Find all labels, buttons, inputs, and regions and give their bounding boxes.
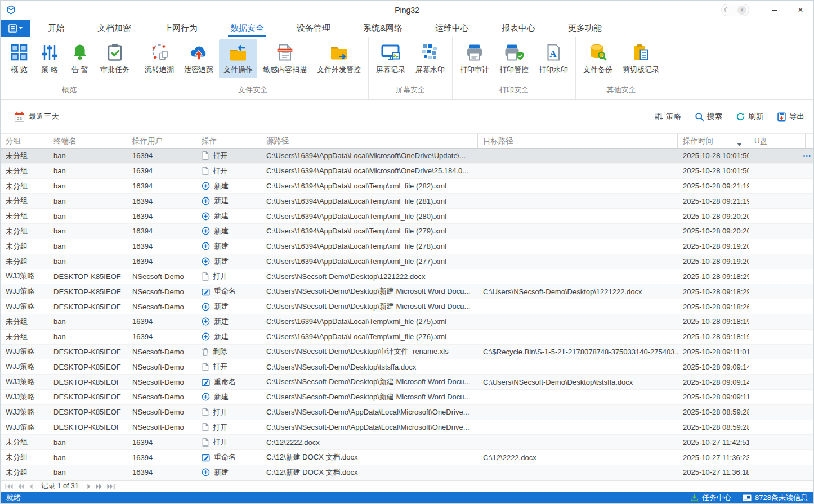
table-row[interactable]: WJJ策略DESKTOP-K85IEOFNSecsoft-Demo打开C:\Us… xyxy=(1,269,813,285)
tab-数据安全[interactable]: 数据安全 xyxy=(221,20,273,37)
cell-terminal: ban xyxy=(48,468,127,476)
ribbon-group-打印安全: 打印审计打印管控A打印水印打印安全 xyxy=(453,37,576,99)
table-row[interactable]: WJJ策略DESKTOP-K85IEOFNSecsoft-Demo重命名C:\U… xyxy=(1,375,813,390)
column-header-终端名[interactable]: 终端名 xyxy=(48,134,127,148)
app-menu-button[interactable] xyxy=(1,20,30,37)
cell-user: NSecsoft-Demo xyxy=(127,348,196,356)
ribbon-button-泄密追踪[interactable]: 泄密追踪 xyxy=(180,39,218,78)
cell-time: 2025-10-28 09:09:14 xyxy=(678,363,749,371)
tab-更多功能[interactable]: 更多功能 xyxy=(559,20,611,37)
page-fast-prev-button[interactable] xyxy=(18,484,24,489)
tab-系统&网络[interactable]: 系统&网络 xyxy=(354,20,412,37)
column-header-操作用户[interactable]: 操作用户 xyxy=(127,134,196,148)
table-row[interactable]: 未分组ban16394打开C:\Users\16394\AppData\Loca… xyxy=(1,148,813,164)
page-last-button[interactable] xyxy=(107,484,115,489)
ribbon-button-文件备份[interactable]: 文件备份 xyxy=(579,39,617,78)
table-row[interactable]: 未分组ban16394新建C:\12\新建 DOCX 文档.docx2025-1… xyxy=(1,465,813,480)
sun-icon[interactable]: ☀ xyxy=(737,6,746,15)
table-row[interactable]: WJJ策略DESKTOP-K85IEOFNSecsoft-Demo新建C:\Us… xyxy=(1,390,813,405)
cell-group: 未分组 xyxy=(1,181,48,191)
cell-src: C:\Users\NSecsoft-Demo\Desktop\1221222.d… xyxy=(261,272,478,281)
page-next-icon xyxy=(87,484,91,489)
ribbon-button-告警[interactable]: 告 警 xyxy=(65,39,95,78)
table-row[interactable]: 未分组ban16394新建C:\Users\16394\AppData\Loca… xyxy=(1,194,813,209)
unread-messages-button[interactable]: 8728条未读信息 xyxy=(743,493,808,503)
ribbon-group-buttons: 屏幕记录屏幕水印 xyxy=(371,37,450,83)
ribbon-button-屏幕水印[interactable]: 屏幕水印 xyxy=(411,39,449,78)
column-header-U盘[interactable]: U盘 xyxy=(749,134,806,148)
table-row[interactable]: WJJ策略DESKTOP-K85IEOFNSecsoft-Demo重命名C:\U… xyxy=(1,284,813,299)
tab-上网行为[interactable]: 上网行为 xyxy=(155,20,207,37)
ribbon-button-审批任务[interactable]: 审批任务 xyxy=(96,39,134,78)
table-row[interactable]: 未分组ban16394新建C:\Users\16394\AppData\Loca… xyxy=(1,330,813,345)
toolbar-action-搜索[interactable]: 搜索 xyxy=(695,111,722,122)
column-filter-arrow-icon[interactable] xyxy=(737,140,742,148)
toolbar-action-导出[interactable]: 导出 xyxy=(777,111,804,122)
date-range-filter[interactable]: 23 最近三天 xyxy=(14,111,59,122)
cell-terminal: ban xyxy=(48,317,127,326)
page-fast-next-button[interactable] xyxy=(96,484,102,489)
tab-运维中心[interactable]: 运维中心 xyxy=(426,20,478,37)
toolbar-action-策略[interactable]: 策略 xyxy=(654,111,681,122)
filter-toolbar: 23 最近三天 策略搜索刷新导出 xyxy=(1,100,813,133)
column-header-操作[interactable]: 操作 xyxy=(196,134,261,148)
table-row[interactable]: WJJ策略DESKTOP-K85IEOFNSecsoft-Demo打开C:\Us… xyxy=(1,420,813,435)
tab-文档加密[interactable]: 文档加密 xyxy=(88,20,140,37)
minimize-button[interactable]: – xyxy=(762,1,788,20)
moon-icon[interactable]: ☾ xyxy=(724,7,730,14)
page-next-button[interactable] xyxy=(87,484,91,489)
close-button[interactable]: × xyxy=(788,1,813,20)
cell-src: C:\Users\16394\AppData\Local\Temp\xml_fi… xyxy=(261,317,478,326)
column-header-filler xyxy=(806,134,813,148)
ribbon-button-策略[interactable]: 策 略 xyxy=(35,39,64,78)
toolbar-action-刷新[interactable]: 刷新 xyxy=(736,111,763,122)
cell-src: C:\Users\16394\AppData\Local\Temp\xml_fi… xyxy=(261,257,478,266)
task-center-button[interactable]: 任务中心 xyxy=(690,493,731,503)
table-row[interactable]: 未分组ban16394打开C:\12\2222.docx2025-10-27 1… xyxy=(1,435,813,450)
cell-user: NSecsoft-Demo xyxy=(127,287,196,296)
page-fast-next-icon xyxy=(96,484,102,489)
cell-user: 16394 xyxy=(127,453,196,462)
cell-time: 2025-10-27 11:36:23 xyxy=(678,453,749,462)
ribbon-button-敏感内容扫描[interactable]: 敏感内容扫描 xyxy=(258,39,311,78)
table-row[interactable]: 未分组ban16394打开C:\Users\16394\AppData\Loca… xyxy=(1,164,813,179)
column-header-目标路径[interactable]: 目标路径 xyxy=(478,134,678,148)
tab-报表中心[interactable]: 报表中心 xyxy=(493,20,544,37)
table-row[interactable]: WJJ策略DESKTOP-K85IEOFNSecsoft-Demo打开C:\Us… xyxy=(1,405,813,420)
cell-user: NSecsoft-Demo xyxy=(127,378,196,386)
ribbon-button-剪切板记录[interactable]: 剪切板记录 xyxy=(618,39,664,78)
tab-开始[interactable]: 开始 xyxy=(39,20,74,37)
table-row[interactable]: 未分组ban16394新建C:\Users\16394\AppData\Loca… xyxy=(1,179,813,194)
ribbon-button-概览[interactable]: 概 览 xyxy=(5,39,34,78)
ribbon-button-打印审计[interactable]: 打印审计 xyxy=(455,39,494,78)
table-row[interactable]: WJJ策略DESKTOP-K85IEOFNSecsoft-Demo新建C:\Us… xyxy=(1,299,813,314)
ribbon-button-屏幕记录[interactable]: 屏幕记录 xyxy=(372,39,410,78)
table-row[interactable]: 未分组ban16394新建C:\Users\16394\AppData\Loca… xyxy=(1,224,813,239)
ribbon-button-打印管控[interactable]: 打印管控 xyxy=(495,39,533,78)
table-row[interactable]: WJJ策略DESKTOP-K85IEOFNSecsoft-Demo删除C:\Us… xyxy=(1,345,813,360)
ribbon-button-打印水印[interactable]: A打印水印 xyxy=(534,39,573,78)
ribbon-button-label: 文件备份 xyxy=(583,65,612,75)
table-row[interactable]: 未分组ban16394新建C:\Users\16394\AppData\Loca… xyxy=(1,239,813,254)
table-row[interactable]: 未分组ban16394新建C:\Users\16394\AppData\Loca… xyxy=(1,254,813,269)
page-first-button[interactable] xyxy=(5,484,13,489)
theme-toggle[interactable]: ☾ ☀ xyxy=(721,4,749,16)
tab-设备管理[interactable]: 设备管理 xyxy=(288,20,339,37)
page-prev-button[interactable] xyxy=(29,484,33,489)
ribbon-button-文件操作[interactable]: 文件操作 xyxy=(219,39,257,78)
table-row[interactable]: 未分组ban16394重命名C:\12\新建 DOCX 文档.docxC:\12… xyxy=(1,450,813,465)
ribbon-button-文件外发管控[interactable]: 文件外发管控 xyxy=(312,39,365,78)
column-header-源路径[interactable]: 源路径 xyxy=(261,134,478,148)
operation-label: 打开 xyxy=(213,151,227,161)
cell-time: 2025-10-28 09:09:14 xyxy=(678,378,749,386)
column-header-操作时间[interactable]: 操作时间 xyxy=(678,134,749,148)
cell-time: 2025-10-28 09:18:26 xyxy=(678,303,749,311)
row-actions-ellipsis-icon[interactable]: ••• xyxy=(803,152,811,159)
column-header-分组[interactable]: 分组 xyxy=(1,134,48,148)
table-row[interactable]: 未分组ban16394新建C:\Users\16394\AppData\Loca… xyxy=(1,314,813,330)
table-row[interactable]: WJJ策略DESKTOP-K85IEOFNSecsoft-Demo打开C:\Us… xyxy=(1,359,813,375)
cell-time: 2025-10-28 10:01:50 xyxy=(678,166,749,175)
ribbon-button-label: 泄密追踪 xyxy=(184,65,213,75)
ribbon-button-流转追溯[interactable]: 流转追溯 xyxy=(140,39,178,78)
table-row[interactable]: 未分组ban16394新建C:\Users\16394\AppData\Loca… xyxy=(1,209,813,224)
